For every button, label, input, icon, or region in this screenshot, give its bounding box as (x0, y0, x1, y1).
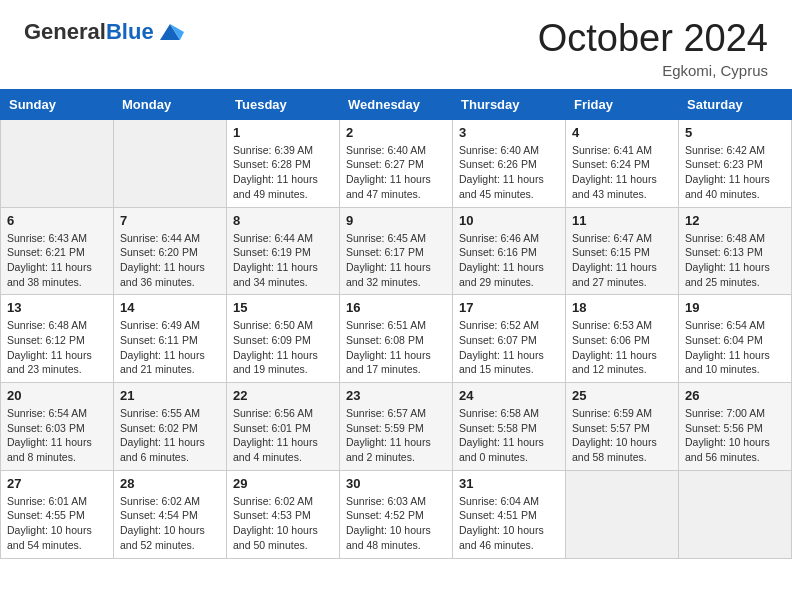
calendar-cell: 4Sunrise: 6:41 AMSunset: 6:24 PMDaylight… (566, 119, 679, 207)
calendar-week-row: 6Sunrise: 6:43 AMSunset: 6:21 PMDaylight… (1, 207, 792, 295)
cell-content: Sunrise: 6:44 AMSunset: 6:20 PMDaylight:… (120, 231, 220, 290)
day-number: 28 (120, 476, 220, 491)
weekday-header-tuesday: Tuesday (227, 89, 340, 119)
day-number: 19 (685, 300, 785, 315)
cell-content: Sunrise: 6:50 AMSunset: 6:09 PMDaylight:… (233, 318, 333, 377)
day-number: 14 (120, 300, 220, 315)
calendar-cell: 11Sunrise: 6:47 AMSunset: 6:15 PMDayligh… (566, 207, 679, 295)
cell-content: Sunrise: 6:58 AMSunset: 5:58 PMDaylight:… (459, 406, 559, 465)
calendar-week-row: 20Sunrise: 6:54 AMSunset: 6:03 PMDayligh… (1, 383, 792, 471)
calendar-cell (566, 470, 679, 558)
calendar-cell (1, 119, 114, 207)
cell-content: Sunrise: 6:02 AMSunset: 4:54 PMDaylight:… (120, 494, 220, 553)
cell-content: Sunrise: 6:47 AMSunset: 6:15 PMDaylight:… (572, 231, 672, 290)
cell-content: Sunrise: 6:43 AMSunset: 6:21 PMDaylight:… (7, 231, 107, 290)
calendar-cell: 21Sunrise: 6:55 AMSunset: 6:02 PMDayligh… (114, 383, 227, 471)
day-number: 4 (572, 125, 672, 140)
calendar-cell: 3Sunrise: 6:40 AMSunset: 6:26 PMDaylight… (453, 119, 566, 207)
month-title: October 2024 (538, 18, 768, 60)
calendar-week-row: 13Sunrise: 6:48 AMSunset: 6:12 PMDayligh… (1, 295, 792, 383)
day-number: 9 (346, 213, 446, 228)
cell-content: Sunrise: 6:56 AMSunset: 6:01 PMDaylight:… (233, 406, 333, 465)
day-number: 21 (120, 388, 220, 403)
cell-content: Sunrise: 6:59 AMSunset: 5:57 PMDaylight:… (572, 406, 672, 465)
day-number: 8 (233, 213, 333, 228)
day-number: 12 (685, 213, 785, 228)
cell-content: Sunrise: 6:40 AMSunset: 6:27 PMDaylight:… (346, 143, 446, 202)
cell-content: Sunrise: 6:53 AMSunset: 6:06 PMDaylight:… (572, 318, 672, 377)
logo-general-text: General (24, 19, 106, 44)
calendar-cell: 9Sunrise: 6:45 AMSunset: 6:17 PMDaylight… (340, 207, 453, 295)
location: Egkomi, Cyprus (538, 62, 768, 79)
calendar-cell: 28Sunrise: 6:02 AMSunset: 4:54 PMDayligh… (114, 470, 227, 558)
cell-content: Sunrise: 6:03 AMSunset: 4:52 PMDaylight:… (346, 494, 446, 553)
day-number: 30 (346, 476, 446, 491)
calendar-cell: 23Sunrise: 6:57 AMSunset: 5:59 PMDayligh… (340, 383, 453, 471)
day-number: 23 (346, 388, 446, 403)
calendar-cell: 19Sunrise: 6:54 AMSunset: 6:04 PMDayligh… (679, 295, 792, 383)
day-number: 11 (572, 213, 672, 228)
logo-blue-text: Blue (106, 19, 154, 44)
calendar-cell: 29Sunrise: 6:02 AMSunset: 4:53 PMDayligh… (227, 470, 340, 558)
weekday-header-thursday: Thursday (453, 89, 566, 119)
calendar-cell: 15Sunrise: 6:50 AMSunset: 6:09 PMDayligh… (227, 295, 340, 383)
weekday-header-monday: Monday (114, 89, 227, 119)
day-number: 15 (233, 300, 333, 315)
logo: GeneralBlue (24, 18, 184, 46)
day-number: 17 (459, 300, 559, 315)
calendar-cell: 27Sunrise: 6:01 AMSunset: 4:55 PMDayligh… (1, 470, 114, 558)
cell-content: Sunrise: 6:54 AMSunset: 6:04 PMDaylight:… (685, 318, 785, 377)
cell-content: Sunrise: 6:52 AMSunset: 6:07 PMDaylight:… (459, 318, 559, 377)
calendar-week-row: 27Sunrise: 6:01 AMSunset: 4:55 PMDayligh… (1, 470, 792, 558)
calendar-cell: 26Sunrise: 7:00 AMSunset: 5:56 PMDayligh… (679, 383, 792, 471)
cell-content: Sunrise: 6:44 AMSunset: 6:19 PMDaylight:… (233, 231, 333, 290)
title-block: October 2024 Egkomi, Cyprus (538, 18, 768, 79)
cell-content: Sunrise: 6:04 AMSunset: 4:51 PMDaylight:… (459, 494, 559, 553)
calendar-cell: 13Sunrise: 6:48 AMSunset: 6:12 PMDayligh… (1, 295, 114, 383)
cell-content: Sunrise: 6:01 AMSunset: 4:55 PMDaylight:… (7, 494, 107, 553)
cell-content: Sunrise: 6:51 AMSunset: 6:08 PMDaylight:… (346, 318, 446, 377)
cell-content: Sunrise: 6:45 AMSunset: 6:17 PMDaylight:… (346, 231, 446, 290)
calendar-cell: 17Sunrise: 6:52 AMSunset: 6:07 PMDayligh… (453, 295, 566, 383)
calendar-cell (114, 119, 227, 207)
calendar-cell: 31Sunrise: 6:04 AMSunset: 4:51 PMDayligh… (453, 470, 566, 558)
day-number: 31 (459, 476, 559, 491)
cell-content: Sunrise: 6:48 AMSunset: 6:13 PMDaylight:… (685, 231, 785, 290)
day-number: 3 (459, 125, 559, 140)
day-number: 7 (120, 213, 220, 228)
day-number: 13 (7, 300, 107, 315)
cell-content: Sunrise: 6:02 AMSunset: 4:53 PMDaylight:… (233, 494, 333, 553)
calendar-cell: 18Sunrise: 6:53 AMSunset: 6:06 PMDayligh… (566, 295, 679, 383)
cell-content: Sunrise: 6:57 AMSunset: 5:59 PMDaylight:… (346, 406, 446, 465)
calendar-cell: 10Sunrise: 6:46 AMSunset: 6:16 PMDayligh… (453, 207, 566, 295)
calendar-cell: 8Sunrise: 6:44 AMSunset: 6:19 PMDaylight… (227, 207, 340, 295)
weekday-header-row: SundayMondayTuesdayWednesdayThursdayFrid… (1, 89, 792, 119)
calendar-cell: 24Sunrise: 6:58 AMSunset: 5:58 PMDayligh… (453, 383, 566, 471)
weekday-header-wednesday: Wednesday (340, 89, 453, 119)
cell-content: Sunrise: 6:54 AMSunset: 6:03 PMDaylight:… (7, 406, 107, 465)
calendar-cell: 16Sunrise: 6:51 AMSunset: 6:08 PMDayligh… (340, 295, 453, 383)
calendar-cell: 7Sunrise: 6:44 AMSunset: 6:20 PMDaylight… (114, 207, 227, 295)
calendar-cell: 22Sunrise: 6:56 AMSunset: 6:01 PMDayligh… (227, 383, 340, 471)
day-number: 6 (7, 213, 107, 228)
calendar-cell: 30Sunrise: 6:03 AMSunset: 4:52 PMDayligh… (340, 470, 453, 558)
day-number: 22 (233, 388, 333, 403)
calendar-cell: 2Sunrise: 6:40 AMSunset: 6:27 PMDaylight… (340, 119, 453, 207)
cell-content: Sunrise: 6:55 AMSunset: 6:02 PMDaylight:… (120, 406, 220, 465)
page-header: GeneralBlue October 2024 Egkomi, Cyprus (0, 0, 792, 89)
day-number: 24 (459, 388, 559, 403)
day-number: 27 (7, 476, 107, 491)
cell-content: Sunrise: 6:40 AMSunset: 6:26 PMDaylight:… (459, 143, 559, 202)
weekday-header-saturday: Saturday (679, 89, 792, 119)
day-number: 26 (685, 388, 785, 403)
day-number: 25 (572, 388, 672, 403)
cell-content: Sunrise: 6:48 AMSunset: 6:12 PMDaylight:… (7, 318, 107, 377)
calendar-cell: 14Sunrise: 6:49 AMSunset: 6:11 PMDayligh… (114, 295, 227, 383)
day-number: 16 (346, 300, 446, 315)
cell-content: Sunrise: 6:41 AMSunset: 6:24 PMDaylight:… (572, 143, 672, 202)
cell-content: Sunrise: 7:00 AMSunset: 5:56 PMDaylight:… (685, 406, 785, 465)
day-number: 29 (233, 476, 333, 491)
calendar-cell: 12Sunrise: 6:48 AMSunset: 6:13 PMDayligh… (679, 207, 792, 295)
calendar-cell: 20Sunrise: 6:54 AMSunset: 6:03 PMDayligh… (1, 383, 114, 471)
cell-content: Sunrise: 6:39 AMSunset: 6:28 PMDaylight:… (233, 143, 333, 202)
